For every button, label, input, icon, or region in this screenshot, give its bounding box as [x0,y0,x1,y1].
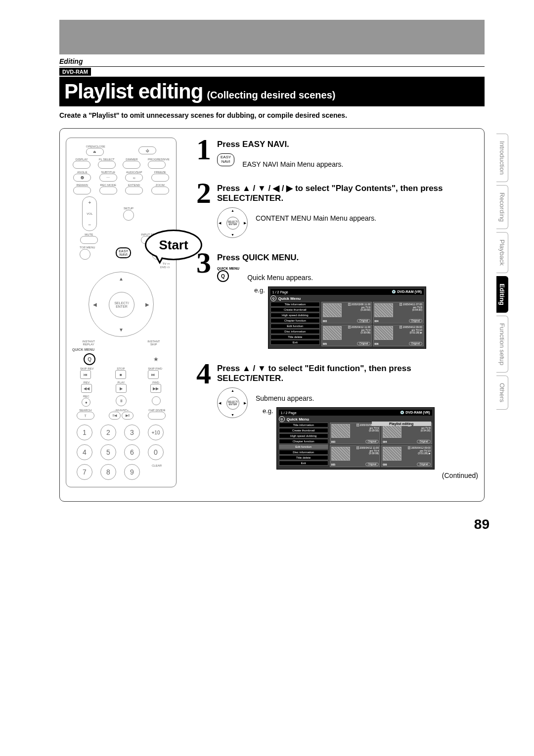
easy-navi-button: EASY NAVI [116,247,131,258]
step-title: Press ▲ / ▼ to select "Edit function", t… [217,364,478,383]
side-tab-playback[interactable]: Playback [496,232,508,273]
steps-list: 1 Press EASY NAVI. EASY NAVI EASY NAVI M… [190,138,478,492]
eg-label: e.g. [254,286,265,294]
step-number: 2 [190,181,217,238]
power-button: ⏻ [138,146,156,154]
step-number: 3 [190,251,217,349]
step-number: 1 [190,138,217,168]
quick-menu-button: Q [84,353,95,365]
eg-label: e.g. [263,407,273,415]
qm-item: Create thumbnail [270,307,320,312]
title-thumbnail: 004 🅃 2005/04/11 07:00am TV:8(0:54:30) O… [373,302,424,324]
side-tab-others[interactable]: Others [496,376,508,410]
title-sub: (Collecting desired scenes) [207,90,335,101]
qm-item: Exit [270,340,320,345]
qm-item: Exit [279,461,328,466]
mini-dpad-icon: ▲▼◀▶ SELECT/ENTER [217,207,248,238]
title-thumbnail: 006 🅃 2005/04/12 09:00pm TV:10(0:51:28) … [381,445,432,467]
qm-item: Edit function [270,324,320,329]
continued-label: (Continued) [256,472,478,479]
side-tab-function setup[interactable]: Function setup [496,316,508,373]
easy-navi-mini-button: EASY NAVI [217,153,234,166]
mini-dpad-icon: ▲▼◀▶ SELECT/ENTER [217,387,248,418]
qm-item: Title information [270,302,320,307]
submenu-highlight: Playlist editing [372,422,431,426]
quick-menu-mini-button: Q [217,270,229,282]
step-title: Press EASY NAVI. [217,140,478,149]
qm-item: High speed dubbing [270,313,320,318]
side-tab-editing[interactable]: Editing [496,276,508,313]
step-desc: Submenu appears. [256,394,478,402]
qm-item: Disc information [270,329,320,334]
quick-menu-list: Title informationCreate thumbnailHigh sp… [279,423,328,467]
remote-control-figure: OPEN/CLOSE ⏏ ⏻ DISPLAY FL SELECT DIMMER … [66,138,177,487]
intro-text: Create a "Playlist" to omit unnecessary … [59,111,485,119]
qm-item: Title information [279,423,328,427]
qm-item: Disc information [279,450,328,455]
step-title: Press ▲ / ▼ / ◀ / ▶ to select "Play Cont… [217,183,478,203]
section-label: Editing [59,57,485,65]
side-tab-introduction[interactable]: Introduction [496,134,508,182]
eject-button: ⏏ [86,148,104,156]
qm-item: Edit function [279,444,328,449]
number-pad: 1 2 3 +10 4 5 6 0 7 8 9 CLEAR [76,425,167,480]
qm-item: Chapter function [270,318,320,323]
quick-menu-label: QUICK MENU [72,348,94,351]
qm-item: High speed dubbing [279,433,328,438]
title-thumbnail: 003 🅃 2005/03/08 11:00pm TV:6(0:29:50) O… [321,302,372,324]
volume-rocker: +VOL− [82,196,97,231]
qm-item: Chapter function [279,439,328,444]
menu-screenshot: 1 / 2 Page💿 DVD-RAM (VR) QQuick Menu Pla… [276,407,435,470]
title-thumbnail: 005 🅃 2005/04/12 11:00pm TV:4(0:30:08) O… [321,325,372,346]
open-close-label: OPEN/CLOSE [86,145,105,148]
step-number: 4 [190,362,217,479]
direction-pad: ▲ ▼ ◀ ▶ SELECT/ ENTER [89,272,154,337]
menu-screenshot: 1 / 2 Page💿 DVD-RAM (VR) QQuick Menu Tit… [268,286,426,349]
top-grey-bar [59,20,485,54]
side-tabs: IntroductionRecordingPlaybackEditingFunc… [496,134,516,413]
title-thumbnail: 006 🅃 2005/04/12 09:00pm TV:10(0:51:28) … [373,325,424,346]
step-4: 4 Press ▲ / ▼ to select "Edit function",… [190,362,478,479]
title-main: Playlist editing [64,80,203,103]
title-bar: Playlist editing (Collecting desired sce… [59,77,485,106]
step-desc: EASY NAVI Main Menu appears. [242,160,478,168]
qm-item: Create thumbnail [279,428,328,433]
page-number: 89 [0,517,490,532]
side-tab-recording[interactable]: Recording [496,185,508,229]
qm-item: Title delete [279,455,328,460]
step-desc: CONTENT MENU Main Menu appears. [256,214,478,222]
title-thumbnail: 005 🅃 2005/04/12 11:00pm TV:4(0:30:08) O… [330,445,381,467]
select-enter-button: SELECT/ ENTER [109,292,134,318]
content-frame: Start OPEN/CLOSE ⏏ ⏻ DISPLAY FL SELECT D… [59,128,485,502]
start-bubble: Start [145,230,202,260]
step-3: 3 Press QUICK MENU. QUICK MENU Q Quick M… [190,251,478,349]
step-1: 1 Press EASY NAVI. EASY NAVI EASY NAVI M… [190,138,478,168]
disc-type-badge: DVD-RAM [59,68,91,76]
step-desc: Quick Menu appears. [247,274,478,282]
quick-menu-list: Title informationCreate thumbnailHigh sp… [270,302,320,346]
qm-item: Title delete [270,334,320,339]
step-title: Press QUICK MENU. [217,253,478,263]
step-2: 2 Press ▲ / ▼ / ◀ / ▶ to select "Play Co… [190,181,478,238]
